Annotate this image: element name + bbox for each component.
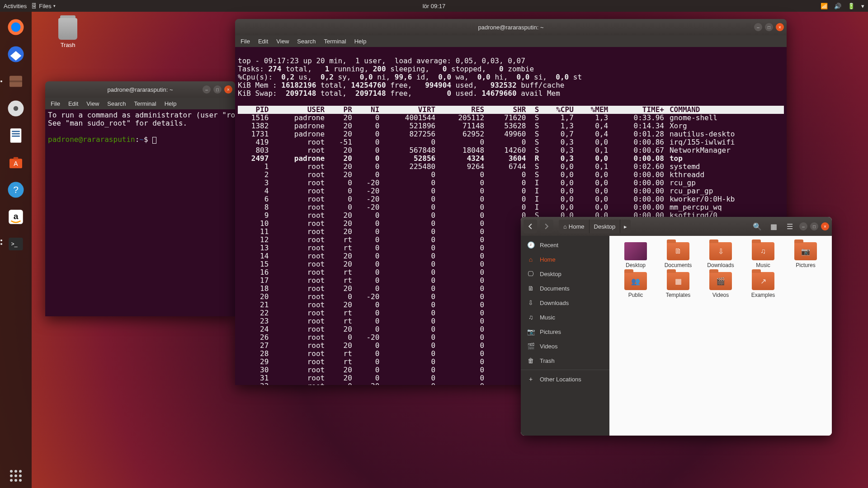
sidebar-item-pictures[interactable]: 📷Pictures (521, 324, 609, 339)
folder-templates[interactable]: ▦Templates (658, 272, 698, 298)
menu-help[interactable]: Help (354, 38, 367, 45)
folder-desktop[interactable]: Desktop (616, 242, 656, 268)
menu-view[interactable]: View (86, 100, 99, 107)
svg-point-1 (11, 23, 21, 32)
dock-amazon[interactable]: a (4, 205, 28, 229)
volume-icon[interactable]: 🔊 (834, 3, 841, 9)
sidebar-item-recent[interactable]: 🕘Recent (521, 238, 609, 252)
sidebar-item-music[interactable]: ♫Music (521, 310, 609, 324)
minimize-button[interactable]: – (754, 23, 762, 31)
dock-firefox[interactable] (4, 15, 28, 39)
path-segment-desktop[interactable]: Desktop (590, 220, 621, 233)
menu-edit[interactable]: Edit (258, 38, 268, 45)
folder-public[interactable]: 👥Public (616, 272, 656, 298)
dock-files[interactable] (4, 70, 28, 93)
path-overflow[interactable]: ▸ (620, 220, 631, 233)
folder-music[interactable]: ♫Music (743, 242, 783, 268)
chevron-right-icon: ▸ (624, 223, 627, 230)
process-row: 419root-510000S0,30,00:00.86irq/155-iwlw… (238, 138, 784, 146)
folder-icon: ↗ (752, 272, 774, 290)
dock-software[interactable]: A (4, 151, 28, 174)
sidebar-item-trash[interactable]: 🗑Trash (521, 353, 609, 368)
sidebar-item-desktop[interactable]: 🖵Desktop (521, 267, 609, 281)
activities-button[interactable]: Activities (4, 3, 27, 9)
clock[interactable]: lör 09:17 (423, 3, 446, 9)
titlebar[interactable]: padrone@rararasputin: ~ – □ × (45, 81, 235, 98)
chevron-down-icon[interactable]: ▾ (861, 3, 864, 9)
dock-help[interactable]: ? (4, 178, 28, 202)
sidebar-item-videos[interactable]: 🎬Videos (521, 339, 609, 353)
titlebar[interactable]: padrone@rararasputin: ~ – □ × (235, 19, 787, 35)
menu-search[interactable]: Search (297, 38, 316, 45)
menu-help[interactable]: Help (165, 100, 177, 107)
videos-icon: 🎬 (527, 343, 534, 350)
dock: A ? a >_ (0, 12, 32, 488)
sidebar-item-home[interactable]: ⌂Home (521, 252, 609, 267)
desktop-trash[interactable]: Trash (50, 18, 86, 48)
sidebar-item-downloads[interactable]: ⇩Downloads (521, 296, 609, 310)
close-button[interactable]: × (821, 222, 829, 230)
folder-examples[interactable]: ↗Examples (743, 272, 783, 298)
folder-icon: 🎬 (709, 272, 732, 290)
terminal-menubar: FileEditViewSearchTerminalHelp (235, 35, 787, 47)
folder-label: Documents (658, 262, 698, 268)
svg-rect-9 (12, 133, 20, 135)
folder-label: Examples (743, 292, 783, 298)
files-icon: 🗄 (31, 3, 37, 9)
dock-terminal[interactable]: >_ (4, 232, 28, 256)
folder-downloads[interactable]: ⇩Downloads (701, 242, 741, 268)
files-content[interactable]: Desktop🗎Documents⇩Downloads♫Music📷Pictur… (609, 236, 832, 436)
battery-icon[interactable]: 🔋 (848, 3, 855, 9)
folder-videos[interactable]: 🎬Videos (701, 272, 741, 298)
dock-thunderbird[interactable] (4, 42, 28, 66)
search-button[interactable]: 🔍 (750, 220, 764, 233)
process-row: 1382padrone2005218967114853628S1,30,40:1… (238, 122, 784, 130)
view-grid-button[interactable]: ▦ (767, 220, 780, 233)
files-menu[interactable]: 🗄 Files ▾ (31, 3, 55, 9)
grid-icon: ▦ (770, 222, 777, 231)
sidebar-label: Pictures (540, 328, 561, 335)
maximize-button[interactable]: □ (765, 23, 773, 31)
col-pr: PR (328, 106, 356, 114)
svg-rect-4 (9, 80, 22, 82)
menu-file[interactable]: File (241, 38, 250, 45)
terminal-menubar: FileEditViewSearchTerminalHelp (45, 98, 235, 109)
svg-text:A: A (14, 160, 18, 167)
menu-file[interactable]: File (51, 100, 60, 107)
menu-edit[interactable]: Edit (68, 100, 78, 107)
menu-search[interactable]: Search (107, 100, 126, 107)
folder-pictures[interactable]: 📷Pictures (786, 242, 826, 268)
close-button[interactable]: × (224, 85, 232, 94)
maximize-button[interactable]: □ (213, 85, 222, 94)
folder-documents[interactable]: 🗎Documents (658, 242, 698, 268)
back-button[interactable] (524, 220, 537, 233)
dock-writer[interactable] (4, 124, 28, 147)
menu-terminal[interactable]: Terminal (324, 38, 346, 45)
process-row: 3root0-20000I0,00,00:00.00rcu_gp (238, 179, 784, 187)
wifi-icon[interactable]: 📶 (821, 3, 828, 9)
folder-label: Videos (701, 292, 741, 298)
sidebar-label: Recent (540, 242, 558, 249)
minimize-button[interactable]: – (203, 85, 211, 94)
dock-rhythmbox[interactable] (4, 97, 28, 120)
sidebar-item-other-locations[interactable]: +Other Locations (521, 372, 609, 386)
col-pid: PID (238, 106, 272, 114)
close-button[interactable]: × (776, 23, 784, 31)
home-icon: ⌂ (563, 223, 567, 230)
maximize-button[interactable]: □ (810, 222, 818, 230)
folder-icon: 📷 (794, 242, 817, 260)
path-segment-home[interactable]: ⌂ Home (559, 220, 590, 233)
menu-terminal[interactable]: Terminal (134, 100, 156, 107)
show-apps-button[interactable] (0, 470, 32, 482)
sidebar-item-documents[interactable]: 🗎Documents (521, 281, 609, 296)
forward-button[interactable] (540, 220, 553, 233)
files-window[interactable]: ⌂ Home Desktop ▸ 🔍 ▦ ☰ – □ × 🕘Recent⌂Hom… (521, 217, 832, 436)
trash-label: Trash (50, 42, 86, 48)
terminal-content[interactable]: To run a command as administrator (user … (45, 109, 235, 316)
terminal-small-window[interactable]: padrone@rararasputin: ~ – □ × FileEditVi… (45, 81, 235, 316)
hamburger-menu[interactable]: ☰ (783, 220, 797, 233)
folder-label: Music (743, 262, 783, 268)
minimize-button[interactable]: – (799, 222, 807, 230)
menu-view[interactable]: View (276, 38, 289, 45)
svg-point-6 (14, 106, 19, 111)
